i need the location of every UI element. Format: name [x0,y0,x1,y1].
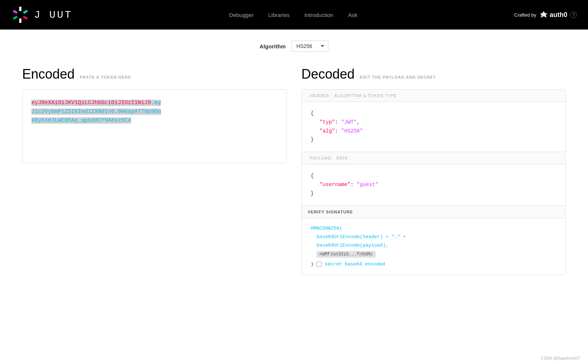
encoded-title: Encoded [22,66,75,82]
payload-panel-body[interactable]: { "username": "guest" } [302,164,565,205]
svg-rect-2 [23,16,28,20]
algorithm-select[interactable]: HS256 HS384 HS512 RS256 RS384 RS512 [291,41,328,52]
decoded-title: Decoded [301,66,355,82]
crafted-by-area: Crafted by auth0 ? [514,10,577,19]
decoded-subtitle: EDIT THE PAYLOAD AND SECRET [360,75,436,79]
help-icon[interactable]: ? [570,11,577,18]
secret-base64-label: secret base64 encoded [325,260,385,268]
logo-text: J UUT [34,9,72,21]
algorithm-label: Algorithm [260,43,286,49]
verify-secret-box-line: nWMfJun33iG...fn0dMz [311,250,557,259]
header-panel-body[interactable]: { "typ": "JWT", "alg": "HS256" } [302,102,565,152]
secret-base64-checkbox[interactable] [317,262,322,267]
payload-panel-header: PAYLOAD: DATA [302,152,565,164]
decoded-section: Decoded EDIT THE PAYLOAD AND SECRET HEAD… [301,66,566,275]
decoded-title-area: Decoded EDIT THE PAYLOAD AND SECRET [301,66,566,82]
header: J UUT Debugger Libraries Introduction As… [0,0,588,30]
header-sublabel: ALGORITHM & TOKEN TYPE [334,93,397,98]
verify-close-line: ) secret base64 encoded [311,260,557,268]
verify-panel-header: VERIFY SIGNATURE [302,206,565,218]
verify-panel-section: VERIFY SIGNATURE HMACSHA256( base64UrlEn… [302,206,565,275]
payload-panel-section: PAYLOAD: DATA { "username": "guest" } [302,152,565,206]
verify-label: VERIFY SIGNATURE [308,210,353,214]
nav-debugger[interactable]: Debugger [229,12,254,18]
decoded-panel: HEADER: ALGORITHM & TOKEN TYPE { "typ": … [301,89,566,275]
auth0-text: auth0 [550,11,567,19]
payload-json: { "username": "guest" } [311,172,557,198]
nav-libraries[interactable]: Libraries [268,12,290,18]
verify-hmac-line: HMACSHA256( [311,224,557,233]
token-part1: eyJ0eXAiOiJKV1QiLCJhbGciOiJIUzI1NiJ9.ey [31,100,161,106]
svg-rect-3 [19,18,21,23]
encoded-title-area: Encoded PASTE A TOKEN HERE [22,66,287,82]
main-nav: Debugger Libraries Introduction Ask [229,12,358,18]
header-panel-header: HEADER: ALGORITHM & TOKEN TYPE [302,90,565,102]
main-content: Encoded PASTE A TOKEN HERE eyJ0eXAiOiJKV… [0,59,588,290]
jwt-logo-icon [11,6,30,24]
auth0-logo: auth0 [539,10,567,19]
crafted-by-text: Crafted by [514,12,536,18]
token-part2-highlight: J1c2VybmFtZSI6Imd1ZXN0In0.6WGapAT70p9OnX… [31,109,161,124]
verify-close-paren: ) [311,260,314,268]
token-box[interactable]: eyJ0eXAiOiJKV1QiLCJhbGciOiJIUzI1NiJ9.ey … [22,89,287,163]
encoded-subtitle: PASTE A TOKEN HERE [80,75,131,79]
svg-rect-5 [13,10,17,14]
header-json: { "typ": "JWT", "alg": "HS256" } [311,109,557,144]
payload-label: PAYLOAD: [310,156,332,160]
logo-area: J UUT [11,6,72,24]
verify-line2: base64UrlEncode(payload), [311,241,557,250]
verify-panel-body[interactable]: HMACSHA256( base64UrlEncode(header) + ".… [302,218,565,275]
nav-ask[interactable]: Ask [348,12,357,18]
nav-introduction[interactable]: Introduction [304,12,333,18]
header-panel-section: HEADER: ALGORITHM & TOKEN TYPE { "typ": … [302,90,565,152]
payload-sublabel: DATA [336,156,348,160]
svg-rect-0 [19,7,21,11]
encoded-section: Encoded PASTE A TOKEN HERE eyJ0eXAiOiJKV… [22,66,287,275]
svg-rect-4 [13,16,17,20]
header-label: HEADER: [310,93,331,98]
algorithm-row: Algorithm HS256 HS384 HS512 RS256 RS384 … [0,30,588,59]
auth0-emblem-icon [539,10,548,19]
svg-rect-1 [23,10,28,14]
verify-line1: base64UrlEncode(header) + "." + [311,233,557,241]
verify-secret-value[interactable]: nWMfJun33iG...fn0dMz [317,251,376,258]
